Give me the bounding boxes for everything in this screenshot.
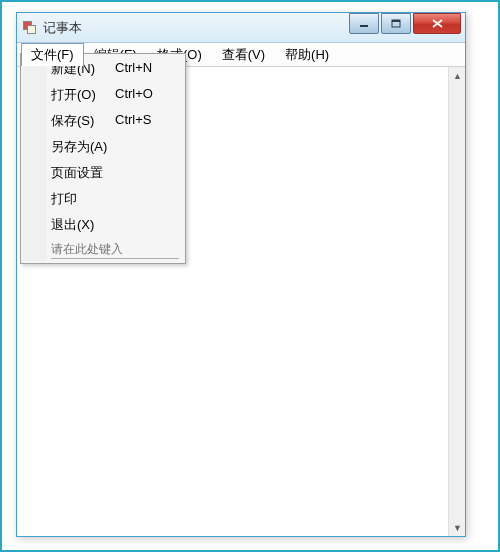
menu-help[interactable]: 帮助(H) <box>275 43 339 66</box>
maximize-icon <box>391 19 401 28</box>
close-icon <box>432 19 443 28</box>
menu-item-open[interactable]: 打开(O) Ctrl+O <box>23 82 183 108</box>
menu-item-shortcut: Ctrl+O <box>115 86 153 104</box>
menu-item-shortcut: Ctrl+S <box>115 112 151 130</box>
close-button[interactable] <box>413 13 461 34</box>
menu-type-here-input[interactable] <box>51 240 179 259</box>
menu-item-save[interactable]: 保存(S) Ctrl+S <box>23 108 183 134</box>
menu-item-label: 页面设置 <box>51 164 111 182</box>
svg-rect-1 <box>392 20 400 27</box>
minimize-icon <box>359 20 369 28</box>
menu-item-label: 打开(O) <box>51 86 111 104</box>
menu-item-print[interactable]: 打印 <box>23 186 183 212</box>
menu-type-here-item <box>23 238 183 261</box>
window-controls <box>349 13 465 34</box>
app-icon <box>23 21 37 35</box>
menu-item-save-as[interactable]: 另存为(A) <box>23 134 183 160</box>
titlebar[interactable]: 记事本 <box>17 13 465 43</box>
menu-item-page-setup[interactable]: 页面设置 <box>23 160 183 186</box>
menu-item-exit[interactable]: 退出(X) <box>23 212 183 238</box>
svg-rect-0 <box>360 25 368 27</box>
window-title: 记事本 <box>43 19 82 37</box>
menu-item-label: 保存(S) <box>51 112 111 130</box>
vertical-scrollbar[interactable]: ▲ ▼ <box>448 67 465 536</box>
scroll-down-arrow-icon[interactable]: ▼ <box>449 519 466 536</box>
svg-rect-2 <box>392 20 400 22</box>
menu-item-label: 另存为(A) <box>51 138 111 156</box>
maximize-button[interactable] <box>381 13 411 34</box>
menu-view[interactable]: 查看(V) <box>212 43 275 66</box>
file-dropdown-menu: 新建(N) Ctrl+N 打开(O) Ctrl+O 保存(S) Ctrl+S 另… <box>20 53 186 264</box>
minimize-button[interactable] <box>349 13 379 34</box>
menu-item-label: 退出(X) <box>51 216 111 234</box>
scroll-up-arrow-icon[interactable]: ▲ <box>449 67 466 84</box>
menu-item-label: 打印 <box>51 190 111 208</box>
menu-file[interactable]: 文件(F) <box>21 43 84 66</box>
menu-item-shortcut: Ctrl+N <box>115 60 152 78</box>
